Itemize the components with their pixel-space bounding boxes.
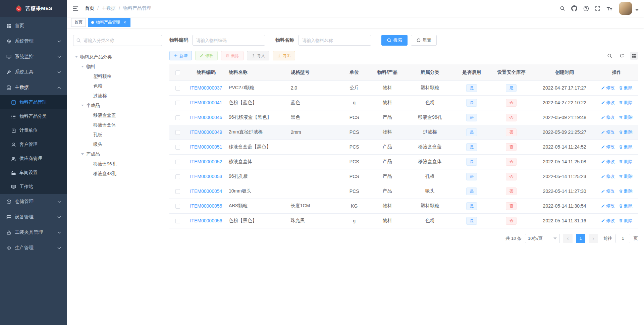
edit-button[interactable]: 修改 xyxy=(195,51,218,60)
row-delete-link[interactable]: 删除 xyxy=(619,173,633,179)
item-code-link[interactable]: ITEM00000049 xyxy=(186,125,226,140)
row-edit-link[interactable]: 修改 xyxy=(601,100,615,106)
font-size-icon[interactable] xyxy=(606,6,612,11)
sidebar-item-workstation[interactable]: 工作站 xyxy=(0,180,67,194)
search-icon[interactable] xyxy=(605,52,614,60)
sidebar-item-home[interactable]: 首页 xyxy=(0,18,67,34)
prev-page-button[interactable]: ‹ xyxy=(563,234,573,243)
row-delete-link[interactable]: 删除 xyxy=(619,129,633,135)
grid-icon[interactable] xyxy=(630,52,638,60)
table-row[interactable]: ITEM000000492mm直径过滤棉2mmPCS物料过滤棉是否2022-05… xyxy=(169,125,638,140)
row-checkbox[interactable] xyxy=(175,204,180,209)
row-checkbox[interactable] xyxy=(175,174,180,179)
filter-input-code[interactable] xyxy=(192,35,265,46)
row-delete-link[interactable]: 删除 xyxy=(619,114,633,120)
caret-down-icon[interactable] xyxy=(81,105,84,108)
table-row[interactable]: ITEM00000037PVC2.0颗粒2.0公斤物料塑料颗粒是是2022-04… xyxy=(169,80,638,95)
row-checkbox[interactable] xyxy=(175,189,180,194)
sidebar-item-system-admin[interactable]: 系统管理 xyxy=(0,34,67,49)
breadcrumb-item[interactable]: 主数据 xyxy=(102,5,116,11)
row-edit-link[interactable]: 修改 xyxy=(601,129,615,135)
close-icon[interactable]: × xyxy=(122,20,127,25)
caret-down-icon[interactable] xyxy=(75,56,78,59)
page-size-select[interactable]: 10条/页 xyxy=(525,234,560,243)
row-delete-link[interactable]: 删除 xyxy=(619,218,633,224)
row-edit-link[interactable]: 修改 xyxy=(601,188,615,194)
item-code-link[interactable]: ITEM00000054 xyxy=(186,184,226,199)
tree-node[interactable]: 物料 xyxy=(73,62,162,71)
fullscreen-icon[interactable] xyxy=(595,6,600,11)
tree-node[interactable]: 移液盒盒体 xyxy=(73,120,162,130)
filter-input-name[interactable] xyxy=(298,35,371,46)
reset-button[interactable]: 重置 xyxy=(411,35,437,46)
item-code-link[interactable]: ITEM00000051 xyxy=(186,140,226,154)
sidebar-item-production-mgmt[interactable]: 生产管理 xyxy=(0,240,67,256)
tree-node[interactable]: 产成品 xyxy=(73,149,162,159)
search-icon[interactable] xyxy=(560,6,565,11)
category-search-input[interactable] xyxy=(73,35,162,46)
row-delete-link[interactable]: 删除 xyxy=(619,144,633,150)
item-code-link[interactable]: ITEM00000037 xyxy=(186,80,226,95)
row-edit-link[interactable]: 修改 xyxy=(601,144,615,150)
tree-node[interactable]: 移液盒48孔 xyxy=(73,169,162,178)
tree-node[interactable]: 移液盒96孔 xyxy=(73,159,162,169)
delete-button[interactable]: 删除 xyxy=(221,51,244,60)
sidebar-item-workshop-settings[interactable]: 车间设置 xyxy=(0,166,67,180)
sidebar-item-fixture-mgmt[interactable]: 工装夹具管理 xyxy=(0,225,67,240)
item-code-link[interactable]: ITEM00000052 xyxy=(186,154,226,169)
table-row[interactable]: ITEM00000041色粉【蓝色】蓝色g物料色粉是否2022-04-27 22… xyxy=(169,95,638,110)
caret-down-icon[interactable] xyxy=(81,66,84,69)
sidebar-item-master-data[interactable]: 主数据 xyxy=(0,80,67,95)
import-button[interactable]: 导入 xyxy=(247,51,269,60)
table-row[interactable]: ITEM0000004696孔移液盒【黑色】黑色PCS产品移液盒96孔是否202… xyxy=(169,110,638,125)
sidebar-item-measure-unit[interactable]: 计量单位 xyxy=(0,123,67,138)
caret-down-icon[interactable] xyxy=(81,153,84,156)
table-row[interactable]: ITEM0000005396孔孔板PCS产品孔板是否2022-05-14 11:… xyxy=(169,169,638,184)
refresh-icon[interactable] xyxy=(618,52,626,60)
row-checkbox[interactable] xyxy=(175,130,180,135)
sidebar-item-material-product-category[interactable]: 物料产品分类 xyxy=(0,109,67,123)
row-edit-link[interactable]: 修改 xyxy=(601,85,615,91)
table-row[interactable]: ITEM0000005410mm吸头PCS产品吸头是否2022-05-14 11… xyxy=(169,184,638,199)
row-delete-link[interactable]: 删除 xyxy=(619,100,633,106)
tree-node[interactable]: 孔板 xyxy=(73,130,162,140)
row-edit-link[interactable]: 修改 xyxy=(601,203,615,209)
sidebar-item-material-product-mgmt[interactable]: 物料产品管理 xyxy=(0,95,67,109)
row-delete-link[interactable]: 删除 xyxy=(619,85,633,91)
tree-node[interactable]: 移液盒盒盖 xyxy=(73,110,162,120)
sidebar-item-warehouse-mgmt[interactable]: 仓储管理 xyxy=(0,194,67,209)
row-checkbox[interactable] xyxy=(175,101,180,105)
item-code-link[interactable]: ITEM00000056 xyxy=(186,213,226,228)
caret-down-icon[interactable] xyxy=(635,9,639,11)
page-number-button[interactable]: 1 xyxy=(576,234,585,243)
goto-page-input[interactable] xyxy=(615,234,630,243)
row-delete-link[interactable]: 删除 xyxy=(619,188,633,194)
tab-home[interactable]: 首页 xyxy=(71,18,86,27)
tab-material-product-mgmt[interactable]: 物料产品管理× xyxy=(88,18,130,27)
row-checkbox[interactable] xyxy=(175,86,180,91)
select-all-checkbox[interactable] xyxy=(175,70,180,75)
table-row[interactable]: ITEM00000051移液盒盒盖【黑色】PCS产品移液盒盒盖是否2022-05… xyxy=(169,140,638,154)
export-button[interactable]: 导出 xyxy=(273,51,295,60)
tree-node[interactable]: 吸头 xyxy=(73,140,162,149)
row-checkbox[interactable] xyxy=(175,145,180,150)
search-button[interactable]: 搜索 xyxy=(381,35,408,46)
row-edit-link[interactable]: 修改 xyxy=(601,218,615,224)
sidebar-item-supplier-mgmt[interactable]: 供应商管理 xyxy=(0,152,67,166)
row-delete-link[interactable]: 删除 xyxy=(619,159,633,165)
tree-node[interactable]: 物料及产品分类 xyxy=(73,52,162,62)
table-row[interactable]: ITEM00000055ABS颗粒长度1CMKG物料塑料颗粒是否2022-05-… xyxy=(169,199,638,213)
github-icon[interactable] xyxy=(571,5,577,11)
next-page-button[interactable]: › xyxy=(589,234,598,243)
table-row[interactable]: ITEM00000056色粉【黑色】珠光黑g物料色粉是否2022-05-14 1… xyxy=(169,213,638,228)
breadcrumb-item[interactable]: 首页 xyxy=(85,5,94,11)
row-checkbox[interactable] xyxy=(175,115,180,120)
row-delete-link[interactable]: 删除 xyxy=(619,203,633,209)
sidebar-item-equipment-mgmt[interactable]: 设备管理 xyxy=(0,209,67,225)
item-code-link[interactable]: ITEM00000046 xyxy=(186,110,226,125)
tree-node[interactable]: 半成品 xyxy=(73,101,162,110)
question-icon[interactable] xyxy=(583,6,589,11)
tree-node[interactable]: 色粉 xyxy=(73,81,162,91)
row-edit-link[interactable]: 修改 xyxy=(601,159,615,165)
tree-node[interactable]: 塑料颗粒 xyxy=(73,71,162,81)
